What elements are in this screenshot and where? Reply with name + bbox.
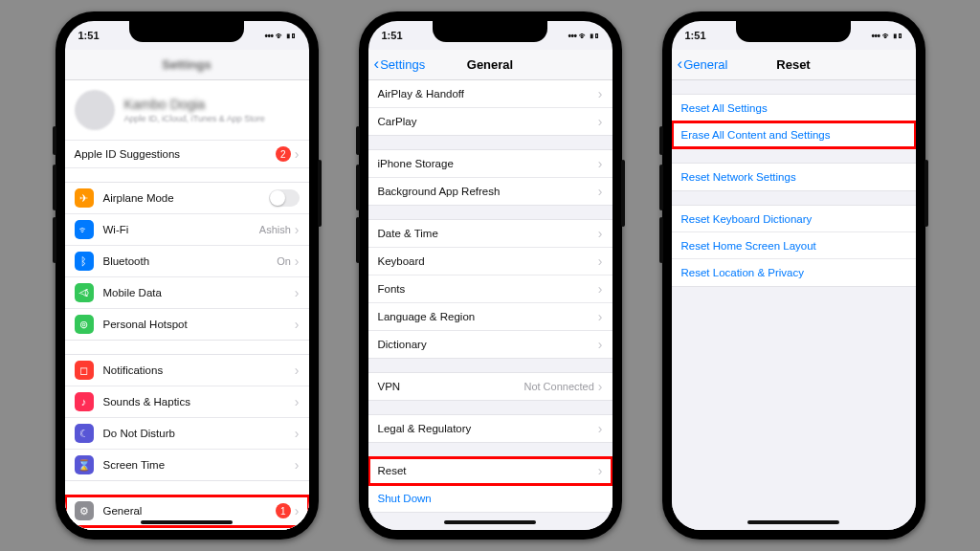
row-mobile-data[interactable]: ⏿Mobile Data› — [65, 277, 309, 309]
chevron-right-icon: › — [598, 253, 603, 269]
row-fonts[interactable]: Fonts› — [368, 276, 612, 303]
row-legal-regulatory[interactable]: Legal & Regulatory› — [368, 415, 612, 442]
row-airplane-mode[interactable]: ✈Airplane Mode — [65, 183, 309, 214]
chevron-right-icon: › — [295, 146, 300, 162]
row-reset-location-privacy[interactable]: Reset Location & Privacy — [672, 259, 916, 286]
chevron-right-icon: › — [295, 285, 300, 300]
phone-settings: 1:51 ••• ᯤ ▮▯ Settings Kambo Dogia Apple… — [56, 11, 319, 540]
page-title: Reset — [776, 57, 810, 72]
page-title: Settings — [162, 57, 211, 72]
row-personal-hotspot[interactable]: ⊚Personal Hotspot› — [65, 309, 309, 340]
row-carplay[interactable]: CarPlay› — [368, 108, 612, 135]
row-control-centre[interactable]: ◫Control Centre› — [65, 527, 309, 530]
row-notifications[interactable]: ◻Notifications› — [65, 355, 309, 386]
home-indicator[interactable] — [141, 520, 233, 524]
chevron-right-icon: › — [598, 86, 603, 101]
phone-general: 1:51 ••• ᯤ ▮▯ ‹ Settings General AirPlay… — [359, 11, 622, 540]
row-reset-all-settings[interactable]: Reset All Settings — [672, 95, 916, 121]
sounds-icon: ♪ — [75, 392, 94, 411]
chevron-right-icon: › — [598, 226, 603, 241]
chevron-right-icon: › — [598, 463, 603, 478]
back-button[interactable]: ‹ Settings — [374, 57, 426, 72]
row-label: Reset All Settings — [681, 102, 906, 114]
row-reset-home-screen-layout[interactable]: Reset Home Screen Layout — [672, 232, 916, 259]
status-icons: ••• ᯤ ▮▯ — [568, 31, 598, 41]
row-label: Date & Time — [378, 228, 598, 239]
personal-icon: ⊚ — [75, 315, 94, 334]
chevron-right-icon: › — [598, 156, 603, 171]
home-indicator[interactable] — [747, 520, 839, 524]
row-shut-down[interactable]: Shut Down — [368, 485, 612, 512]
apple-id-suggestions-row[interactable]: Apple ID Suggestions 2 › — [65, 141, 309, 168]
chevron-right-icon: › — [295, 317, 300, 332]
row-label: VPN — [378, 381, 524, 392]
row-label: Shut Down — [378, 493, 603, 504]
row-airplay-handoff[interactable]: AirPlay & Handoff› — [368, 80, 612, 108]
page-title: General — [467, 57, 513, 72]
row-language-region[interactable]: Language & Region› — [368, 303, 612, 331]
row-screen-time[interactable]: ⌛Screen Time› — [65, 450, 309, 480]
chevron-right-icon: › — [598, 309, 603, 324]
row-label: Screen Time — [103, 459, 295, 471]
chevron-right-icon: › — [295, 363, 300, 378]
notch — [129, 21, 244, 42]
row-reset-keyboard-dictionary[interactable]: Reset Keyboard Dictionary — [672, 206, 916, 232]
back-button[interactable]: ‹ General — [678, 57, 728, 72]
apple-id-name: Kambo Dogia — [124, 97, 265, 112]
row-label: Sounds & Haptics — [103, 396, 295, 408]
chevron-right-icon: › — [295, 253, 300, 269]
chevron-left-icon: ‹ — [678, 55, 683, 72]
row-keyboard[interactable]: Keyboard› — [368, 248, 612, 276]
avatar — [75, 90, 115, 130]
row-reset[interactable]: Reset› — [368, 457, 612, 485]
row-label: Erase All Content and Settings — [681, 129, 906, 141]
chevron-right-icon: › — [295, 457, 300, 473]
row-label: Notifications — [103, 364, 295, 376]
row-vpn[interactable]: VPNNot Connected› — [368, 373, 612, 400]
status-icons: ••• ᯤ ▮▯ — [871, 31, 902, 41]
back-label: Settings — [380, 57, 425, 72]
home-indicator[interactable] — [444, 520, 536, 524]
row-date-time[interactable]: Date & Time› — [368, 220, 612, 248]
row-background-app-refresh[interactable]: Background App Refresh› — [368, 178, 612, 205]
row-bluetooth[interactable]: ᛒBluetoothOn› — [65, 246, 309, 277]
row-label: Language & Region — [378, 311, 598, 322]
row-sounds-haptics[interactable]: ♪Sounds & Haptics› — [65, 386, 309, 418]
status-time: 1:51 — [382, 30, 403, 41]
row-label: Reset Location & Privacy — [681, 267, 906, 278]
toggle[interactable] — [269, 189, 300, 207]
airplane-icon: ✈ — [75, 188, 94, 208]
row-label: Fonts — [378, 283, 598, 295]
notch — [736, 21, 851, 42]
chevron-right-icon: › — [295, 394, 300, 409]
row-label: General — [103, 505, 276, 517]
row-reset-network-settings[interactable]: Reset Network Settings — [672, 164, 916, 190]
navbar: ‹ General Reset — [672, 50, 916, 80]
row-label: Wi-Fi — [103, 224, 259, 235]
apple-id-row[interactable]: Kambo Dogia Apple ID, iCloud, iTunes & A… — [65, 80, 309, 141]
notch — [433, 21, 547, 42]
apple-id-sub: Apple ID, iCloud, iTunes & App Store — [124, 114, 265, 123]
chevron-left-icon: ‹ — [374, 55, 380, 72]
mobile-icon: ⏿ — [75, 283, 94, 302]
wi-fi-icon: ᯤ — [75, 220, 94, 239]
row-erase-all-content-and-settings[interactable]: Erase All Content and Settings — [672, 121, 916, 148]
screen-icon: ⌛ — [75, 455, 94, 474]
row-label: Do Not Disturb — [103, 428, 295, 439]
row-label: Reset — [378, 465, 598, 476]
chevron-right-icon: › — [598, 114, 603, 129]
row-label: iPhone Storage — [378, 158, 598, 169]
bluetooth-icon: ᛒ — [75, 252, 94, 271]
row-wi-fi[interactable]: ᯤWi-FiAshish› — [65, 214, 309, 246]
row-iphone-storage[interactable]: iPhone Storage› — [368, 150, 612, 178]
row-do-not-disturb[interactable]: ☾Do Not Disturb› — [65, 418, 309, 450]
chevron-right-icon: › — [295, 503, 300, 518]
status-time: 1:51 — [78, 30, 100, 41]
chevron-right-icon: › — [295, 426, 300, 441]
row-dictionary[interactable]: Dictionary› — [368, 331, 612, 358]
chevron-right-icon: › — [598, 379, 603, 394]
row-label: Dictionary — [378, 339, 598, 350]
do-icon: ☾ — [75, 424, 94, 443]
row-detail: On — [277, 255, 291, 267]
row-label: Reset Network Settings — [681, 171, 906, 183]
